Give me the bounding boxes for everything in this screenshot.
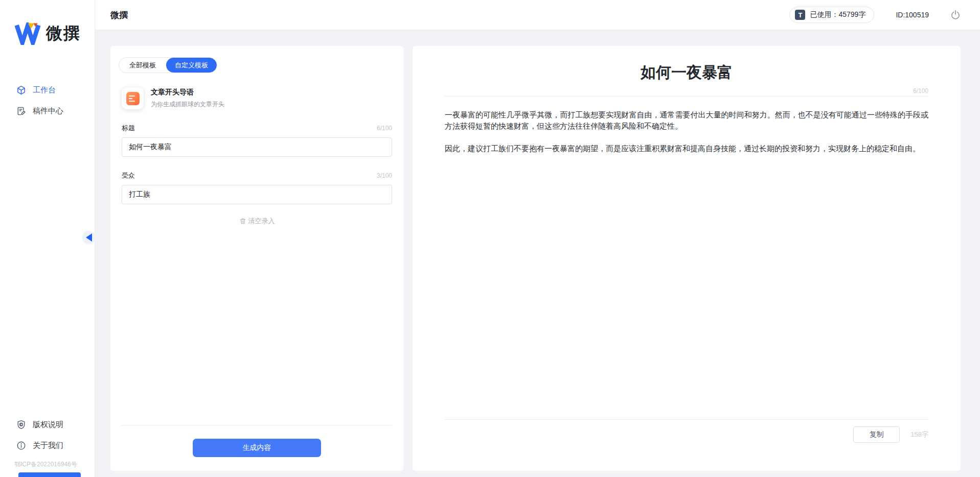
result-title: 如何一夜暴富: [445, 62, 928, 83]
result-title-divider: [445, 96, 928, 97]
brand-w-icon: [14, 22, 41, 45]
result-paragraph: 因此，建议打工族们不要抱有一夜暴富的期望，而是应该注重积累财富和提高自身技能，通…: [445, 143, 928, 154]
user-id: ID:100519: [896, 11, 929, 19]
sidebar-item-label: 工作台: [33, 85, 56, 95]
audience-field-label: 受众: [122, 171, 135, 180]
workbench-icon: [16, 85, 26, 95]
sidebar-item-label: 稿件中心: [33, 106, 63, 116]
template-tabs: 全部模板 自定义模板: [119, 57, 217, 73]
sidebar: 微撰 工作台: [0, 0, 95, 477]
usage-counter-pill[interactable]: T 已使用：45799字: [789, 7, 874, 23]
result-footer: 复制 158字: [445, 419, 928, 443]
title-input[interactable]: [122, 137, 392, 157]
brand-name: 微撰: [46, 22, 81, 45]
result-panel: 如何一夜暴富 6/100 一夜暴富的可能性几乎微乎其微，而打工族想要实现财富自由…: [413, 46, 961, 471]
audience-field-counter: 3/100: [377, 172, 392, 179]
audience-field-group: 受众 3/100: [122, 171, 392, 204]
copyright-shield-icon: [16, 420, 26, 430]
info-icon: [16, 441, 26, 450]
topbar: 微撰 T 已使用：45799字 ID:100519: [95, 0, 980, 30]
power-icon[interactable]: [950, 10, 961, 20]
trash-icon: [239, 218, 246, 225]
generate-content-button[interactable]: 生成内容: [193, 439, 321, 457]
main-area: 微撰 T 已使用：45799字 ID:100519 全部模: [95, 0, 980, 477]
brand-logo: 微撰: [14, 22, 95, 45]
result-body[interactable]: 一夜暴富的可能性几乎微乎其微，而打工族想要实现财富自由，通常需要付出大量的时间和…: [445, 109, 928, 165]
topbar-right: T 已使用：45799字 ID:100519: [789, 7, 961, 23]
template-form-panel: 全部模板 自定义模板 文章开头导语 为你生成抓眼球的文章开头 标题 6/: [110, 46, 403, 471]
sidebar-item-drafts[interactable]: 稿件中心: [0, 101, 95, 122]
sidebar-item-copyright[interactable]: 版权说明: [0, 414, 95, 435]
clear-inputs-label: 清空录入: [248, 217, 275, 226]
sidebar-item-workbench[interactable]: 工作台: [0, 80, 95, 101]
title-field-label: 标题: [122, 124, 135, 133]
template-card-text: 文章开头导语 为你生成抓眼球的文章开头: [151, 88, 224, 109]
word-count: 158字: [910, 430, 928, 439]
tab-all-templates[interactable]: 全部模板: [119, 58, 166, 73]
tab-custom-templates[interactable]: 自定义模板: [166, 58, 217, 73]
template-card[interactable]: 文章开头导语 为你生成抓眼球的文章开头: [122, 87, 392, 109]
usage-text: 已使用：45799字: [810, 10, 865, 19]
text-usage-icon: T: [795, 10, 805, 20]
content: 全部模板 自定义模板 文章开头导语 为你生成抓眼球的文章开头 标题 6/: [95, 30, 980, 477]
result-paragraph: 一夜暴富的可能性几乎微乎其微，而打工族想要实现财富自由，通常需要付出大量的时间和…: [445, 109, 928, 132]
icp-license: 鄂ICP备2022016946号: [14, 460, 95, 469]
sidebar-item-about[interactable]: 关于我们: [0, 435, 95, 456]
sidebar-item-label: 关于我们: [33, 441, 63, 450]
clear-inputs-button[interactable]: 清空录入: [122, 217, 392, 226]
title-field-group: 标题 6/100: [122, 124, 392, 157]
sidebar-collapse-button[interactable]: [82, 231, 96, 244]
template-subtitle: 为你生成抓眼球的文章开头: [151, 100, 224, 109]
bottom-left-widget[interactable]: [18, 472, 81, 477]
sidebar-nav: 工作台 稿件中心: [0, 80, 95, 122]
sidebar-footer: 版权说明 关于我们 鄂ICP备2022016946号: [0, 414, 95, 477]
result-title-counter: 6/100: [445, 87, 928, 94]
template-title: 文章开头导语: [151, 88, 224, 97]
page-title: 微撰: [110, 9, 128, 21]
drafts-icon: [16, 106, 26, 116]
audience-input[interactable]: [122, 185, 392, 204]
app-root: 微撰 工作台: [0, 0, 980, 477]
copy-button[interactable]: 复制: [853, 426, 900, 443]
title-field-counter: 6/100: [377, 125, 392, 132]
chevron-left-icon: [86, 233, 92, 242]
sidebar-item-label: 版权说明: [33, 420, 63, 430]
generate-area: 生成内容: [122, 425, 392, 471]
article-doc-icon: [122, 87, 144, 109]
